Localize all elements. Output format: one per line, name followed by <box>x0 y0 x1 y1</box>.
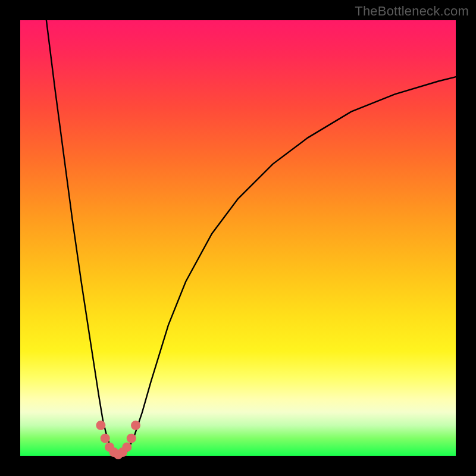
curve-left-branch <box>46 20 116 456</box>
highlight-dot <box>122 442 131 452</box>
highlight-dot <box>127 434 136 443</box>
highlight-dot <box>101 434 110 443</box>
plot-area <box>20 20 456 456</box>
watermark-text: TheBottleneck.com <box>355 4 469 19</box>
curve-layer <box>20 20 456 456</box>
highlight-dot-group <box>96 421 140 459</box>
chart-frame: TheBottleneck.com <box>0 0 476 476</box>
highlight-dot <box>96 421 105 430</box>
highlight-dot <box>131 421 140 430</box>
curve-right-branch <box>125 77 456 456</box>
